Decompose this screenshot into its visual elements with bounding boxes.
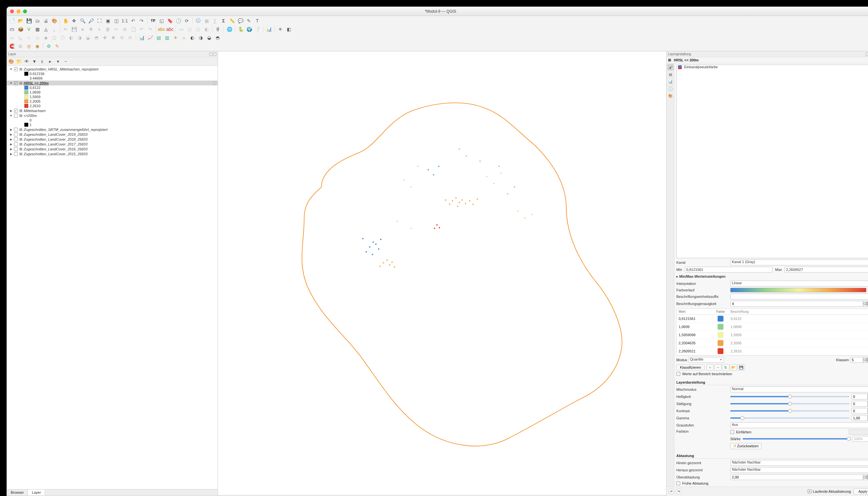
expand-toggle-icon[interactable]: ▶ xyxy=(10,152,13,156)
dig6-icon[interactable]: ⬠ xyxy=(50,34,58,42)
pan-icon[interactable]: ✋ xyxy=(62,17,69,25)
hinein-select[interactable]: Nächster Nachbar xyxy=(730,460,868,466)
snap1-icon[interactable]: 🧲 xyxy=(8,42,16,50)
plugin2-icon[interactable]: ✳ xyxy=(277,25,284,33)
mischmodus-select[interactable]: Normal xyxy=(730,387,868,392)
helligkeit-slider[interactable] xyxy=(730,396,850,397)
proc-model-icon[interactable]: ✎ xyxy=(53,42,61,50)
class-color-swatch[interactable] xyxy=(717,316,724,322)
apply-button[interactable]: Apply xyxy=(853,488,868,495)
layer-group-row[interactable]: ▶▦Mittelsachsen xyxy=(7,108,218,113)
osm-icon[interactable]: 🌍 xyxy=(245,25,253,33)
hue-swatch[interactable] xyxy=(849,430,868,435)
attribute-table-icon[interactable]: ▦ xyxy=(203,17,211,25)
saettigung-slider[interactable] xyxy=(730,403,850,404)
layer-value-row[interactable]: 0 xyxy=(7,118,218,122)
copy-icon[interactable]: ⧉ xyxy=(121,25,129,33)
class-load-icon[interactable]: 📂 xyxy=(730,364,737,371)
visibility-checkbox[interactable] xyxy=(14,142,18,146)
raster-g1-icon[interactable]: ◐ xyxy=(188,34,196,42)
renderer-select[interactable]: Einkanalpseudofarbe xyxy=(676,65,868,258)
class-row[interactable]: 2,26095212,2610 xyxy=(677,347,868,355)
expand-toggle-icon[interactable]: ▶ xyxy=(10,138,13,141)
layer-group-row[interactable]: ▶▦Zugeschnitten_LandCover_2017_25833 xyxy=(7,142,218,146)
plugin1-icon[interactable]: 📊 xyxy=(265,25,273,33)
color-ramp[interactable] xyxy=(730,288,866,292)
layer-add-group-icon[interactable]: 📁 xyxy=(15,58,22,65)
dig14-icon[interactable]: ⟲ xyxy=(118,34,126,42)
layer-group-row[interactable]: ▼▦Zugeschnitten_HRSL_Mittelsachen_reproj… xyxy=(7,66,218,72)
dig15-icon[interactable]: ⟳ xyxy=(126,34,134,42)
snap3-icon[interactable]: ◎ xyxy=(25,42,33,50)
klassen-clear-icon[interactable]: ⌫ xyxy=(863,357,868,363)
expand-toggle-icon[interactable]: ▼ xyxy=(10,114,13,117)
clip-checkbox[interactable] xyxy=(676,372,680,376)
visibility-checkbox[interactable] xyxy=(14,67,18,71)
styling-layer-selector[interactable]: ▦ HRSL <= 200m ▾ xyxy=(667,57,868,63)
layer-value-row[interactable]: 3.44699 xyxy=(7,76,218,80)
snap2-icon[interactable]: ⊞ xyxy=(17,42,25,50)
dig7-icon[interactable]: ⬡ xyxy=(59,34,66,42)
kontrast-slider[interactable] xyxy=(730,410,850,412)
class-remove-icon[interactable]: − xyxy=(714,364,722,371)
new-project-icon[interactable]: 📄 xyxy=(8,17,16,25)
layer-filter-icon[interactable]: ▼ xyxy=(31,58,38,65)
layer-group-row[interactable]: ▼▦<=200m xyxy=(7,113,218,118)
new-3d-view-icon[interactable]: ◱ xyxy=(157,17,165,25)
dig4-icon[interactable]: ◇ xyxy=(33,34,41,42)
expand-toggle-icon[interactable]: ▶ xyxy=(10,109,13,112)
class-color-swatch[interactable] xyxy=(717,340,724,346)
expand-toggle-icon[interactable]: ▼ xyxy=(10,67,13,71)
map-canvas[interactable] xyxy=(218,51,666,495)
class-label[interactable]: 2,2005 xyxy=(729,340,868,346)
metasearch-icon[interactable]: 🌐 xyxy=(226,25,233,33)
minimize-icon[interactable] xyxy=(17,10,20,13)
save-project-icon[interactable]: 💾 xyxy=(25,17,33,25)
layer-group-row[interactable]: ▶▦Zugeschnitten_LandCover_2016_25833 xyxy=(7,146,218,151)
layer-value-row[interactable]: 1,5959 xyxy=(7,94,218,99)
minmax-settings-disclosure[interactable]: Min/Max-Werteinstellungen xyxy=(676,274,868,279)
save-as-icon[interactable]: 🗂 xyxy=(33,17,41,25)
visibility-checkbox[interactable] xyxy=(14,147,18,151)
class-label[interactable]: 1,5959 xyxy=(729,332,868,338)
layer-group-row[interactable]: ▶▦Zugeschnitten_SRTM_zusammengeführt_rep… xyxy=(7,127,218,132)
zoom-full-icon[interactable]: ⛶ xyxy=(95,17,103,25)
visibility-checkbox[interactable] xyxy=(14,109,18,113)
tab-browser[interactable]: Browser xyxy=(7,490,28,495)
zoom-in-icon[interactable]: 🔍 xyxy=(79,17,87,25)
select-icon[interactable]: ▭ xyxy=(177,25,185,33)
expand-toggle-icon[interactable]: ▶ xyxy=(10,143,13,146)
live-update-checkbox[interactable] xyxy=(808,490,811,493)
save-edits-icon[interactable]: 💾 xyxy=(70,25,78,33)
visibility-checkbox[interactable] xyxy=(14,133,18,136)
dig12-icon[interactable]: ✚ xyxy=(101,34,109,42)
add-raster-icon[interactable]: ▦ xyxy=(33,25,41,33)
raster-g4-icon[interactable]: ◓ xyxy=(214,34,221,42)
visibility-checkbox[interactable] xyxy=(14,81,18,85)
modus-select[interactable]: Quantile xyxy=(688,357,724,363)
layer-remove-icon[interactable]: − xyxy=(62,58,69,65)
raster-dec-icon[interactable]: ☼ xyxy=(180,34,188,42)
label-toolbar-icon[interactable]: abc xyxy=(157,25,165,33)
expand-toggle-icon[interactable]: ▶ xyxy=(10,133,13,136)
pan-selection-icon[interactable]: ✥ xyxy=(70,17,78,25)
class-sort-icon[interactable]: ⇅ xyxy=(722,364,729,371)
expand-toggle-icon[interactable]: ▶ xyxy=(10,128,13,131)
live-update-toggle[interactable]: Laufende Aktualisierung xyxy=(808,490,851,493)
styling-undock-icon[interactable] xyxy=(866,52,868,56)
symbology-tab-icon[interactable]: 🖌 xyxy=(667,64,674,71)
measure-icon[interactable]: 📏 xyxy=(228,17,236,25)
tab-layer[interactable]: Layer xyxy=(28,490,45,495)
dig1-icon[interactable]: ▱ xyxy=(8,34,16,42)
ueber-input[interactable] xyxy=(730,474,863,480)
class-row[interactable]: 1,06991,0699 xyxy=(677,323,868,331)
dig3-icon[interactable]: ○ xyxy=(25,34,33,42)
annotation-icon[interactable]: ✎ xyxy=(245,17,253,25)
graustufen-select[interactable]: Aus xyxy=(730,422,868,428)
statistics-icon[interactable]: Σ xyxy=(220,17,228,25)
raster-inc-icon[interactable]: ☀ xyxy=(171,34,179,42)
undo-icon[interactable]: ↶ xyxy=(138,25,145,33)
move-feature-icon[interactable]: ✥ xyxy=(87,25,95,33)
dig13-icon[interactable]: ✖ xyxy=(109,34,117,42)
select-all-icon[interactable]: ◻ xyxy=(186,25,193,33)
